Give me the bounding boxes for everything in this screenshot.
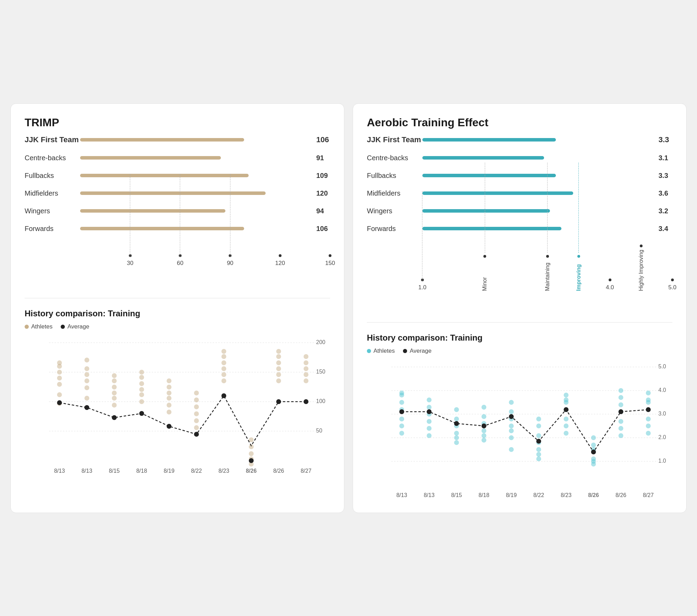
- scatter-dot: [454, 431, 459, 436]
- bar-value: 91: [316, 154, 330, 162]
- scatter-dot: [222, 360, 226, 365]
- scatter-dot: [85, 385, 89, 390]
- scatter-dot: [249, 451, 254, 456]
- aerobic-title: Aerobic Training Effect: [367, 116, 672, 129]
- bar-fill: [80, 174, 249, 177]
- bar-fill: [422, 209, 550, 213]
- divider: [25, 298, 330, 298]
- xaxis-tick-30: 30: [127, 254, 134, 267]
- y-label: 2.0: [659, 434, 666, 440]
- scatter-dot: [646, 431, 651, 436]
- scatter-dot: [112, 396, 117, 401]
- tick-label-rot: Maintaining: [544, 260, 551, 291]
- scatter-dot: [57, 382, 62, 387]
- scatter-dot: [536, 456, 541, 461]
- bar-row-wing-trimp: Wingers 94: [25, 207, 330, 215]
- bar-track: [422, 174, 654, 177]
- aerobic-xaxis: 1.0 Minor Maintaining Improving: [422, 242, 672, 291]
- scatter-dot: [427, 397, 432, 402]
- avg-dot: [112, 415, 117, 420]
- x-label-highlighted: 8/26: [588, 492, 599, 498]
- trimp-legend: Athletes Average: [25, 323, 330, 330]
- aerobic-scatter: 5.0 4.0 3.0 2.0 1.0: [367, 360, 672, 500]
- bar-row-jjk-aerobic: JJK First Team 3.3: [367, 135, 672, 144]
- avg-dot: [454, 421, 459, 426]
- avg-dot: [167, 424, 172, 429]
- scatter-dot: [482, 428, 487, 433]
- scatter-dot: [194, 404, 199, 409]
- dashed-line: [547, 163, 548, 253]
- scatter-dot: [591, 462, 596, 467]
- aerobic-history-title: History comparison: Training: [367, 333, 672, 343]
- x-label: 8/15: [451, 492, 462, 498]
- scatter-dot: [167, 385, 172, 390]
- x-label: 8/27: [301, 468, 311, 474]
- x-label: 8/19: [164, 468, 174, 474]
- scatter-dot: [194, 411, 199, 416]
- bar-track: [422, 209, 654, 213]
- y-label-100: 100: [316, 398, 326, 404]
- bar-fill: [80, 227, 244, 230]
- xaxis-tick-4: 4.0: [606, 279, 614, 291]
- tick-label-rot: Minor: [482, 260, 488, 291]
- scatter-dot: [482, 414, 487, 419]
- scatter-dot: [536, 447, 541, 452]
- y-label: 4.0: [659, 387, 666, 393]
- x-label: 8/23: [561, 492, 571, 498]
- xaxis-tick-120: 120: [275, 254, 285, 267]
- bar-track: [80, 138, 312, 142]
- bar-value: 3.6: [659, 189, 672, 197]
- scatter-dot: [482, 433, 487, 438]
- x-label: 8/23: [218, 468, 229, 474]
- avg-dot: [85, 405, 89, 410]
- dashed-line: [422, 191, 422, 281]
- bar-label: Midfielders: [367, 189, 422, 197]
- scatter-dot: [304, 378, 309, 383]
- scatter-dot: [454, 417, 459, 421]
- legend-label-athletes: Athletes: [31, 323, 52, 330]
- scatter-dot: [536, 452, 541, 457]
- bar-track: [80, 209, 312, 213]
- scatter-dot: [222, 354, 226, 359]
- scatter-dot: [276, 360, 281, 365]
- scatter-dot: [194, 418, 199, 423]
- bar-track: [422, 227, 654, 230]
- scatter-dot: [57, 360, 62, 365]
- bar-label: Centre-backs: [367, 154, 422, 162]
- scatter-dot: [646, 417, 651, 421]
- trimp-title: TRIMP: [25, 116, 330, 129]
- avg-dot: [646, 407, 651, 412]
- scatter-dot: [646, 424, 651, 428]
- scatter-dot: [85, 366, 89, 371]
- xaxis-tick-150: 150: [325, 254, 335, 267]
- avg-dot: [304, 399, 309, 404]
- scatter-dot: [57, 370, 62, 375]
- bar-track: [422, 156, 654, 160]
- x-label: 8/18: [136, 468, 147, 474]
- scatter-dot: [139, 399, 144, 404]
- bar-row-fwd-trimp: Forwards 106: [25, 225, 330, 233]
- tick-label-rot: Highly Improving: [638, 249, 644, 291]
- bar-fill: [80, 156, 221, 160]
- bar-track: [422, 138, 654, 142]
- legend-label-athletes: Athletes: [373, 348, 395, 354]
- scatter-dot: [276, 354, 281, 359]
- xaxis-tick-1: 1.0: [418, 279, 427, 291]
- x-label: 8/13: [54, 468, 65, 474]
- avg-dot: [482, 424, 487, 428]
- scatter-dot: [249, 437, 254, 442]
- scatter-dot: [57, 392, 62, 397]
- scatter-dot: [564, 417, 569, 421]
- y-label: 3.0: [659, 411, 666, 417]
- scatter-dot: [509, 428, 514, 433]
- avg-dot: [509, 414, 514, 419]
- avg-dot: [276, 399, 281, 404]
- bar-row-cb-aerobic: Centre-backs 3.1: [367, 154, 672, 162]
- scatter-dot: [454, 407, 459, 412]
- scatter-dot: [112, 391, 117, 395]
- bar-track: [80, 174, 312, 177]
- bar-track: [422, 191, 654, 195]
- scatter-dot: [304, 354, 309, 359]
- bar-value: 94: [316, 207, 330, 215]
- trimp-xaxis: 30 60 90 120 150: [80, 242, 330, 267]
